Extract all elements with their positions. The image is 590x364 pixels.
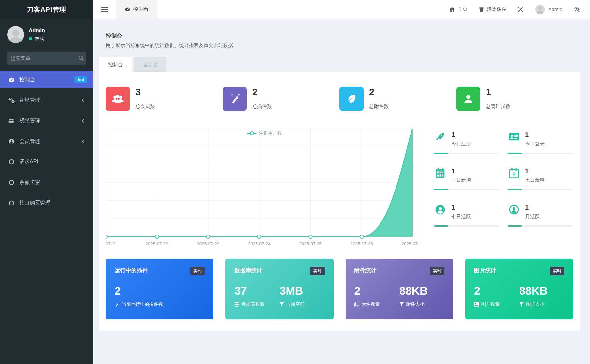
search-icon[interactable] xyxy=(78,55,84,61)
sidebar-item-dashboard[interactable]: 控制台 hot xyxy=(0,71,93,88)
metric-label: 图片大小 xyxy=(526,301,544,307)
users-icon xyxy=(8,118,15,124)
metric-value: 3MB xyxy=(279,285,324,296)
summary-row: 3 总会员数 2 总插件数 xyxy=(106,87,573,111)
metric-label: 当前运行中的插件数 xyxy=(122,301,163,307)
sidebar-search[interactable] xyxy=(7,52,86,65)
home-link[interactable]: 主页 xyxy=(449,6,467,12)
user-circle-icon xyxy=(434,204,446,220)
gauge-icon xyxy=(8,77,15,83)
filter-icon xyxy=(279,302,284,307)
admins-label: 总管理员数 xyxy=(486,103,510,110)
realtime-badge: 实时 xyxy=(310,267,325,275)
stat-label: 三日新增 xyxy=(451,177,471,183)
sidebar-item-api-purchase[interactable]: 接口购买管理 xyxy=(0,194,93,211)
card-title: 图片统计 xyxy=(474,267,496,274)
avatar xyxy=(535,5,545,14)
sidebar-item-label: 余额卡密 xyxy=(19,179,87,186)
topbar-tab-dashboard[interactable]: 控制台 xyxy=(116,0,158,19)
members-label: 总会员数 xyxy=(135,103,155,110)
tab-dashboard[interactable]: 控制台 xyxy=(99,57,132,72)
expand-icon xyxy=(518,7,523,12)
chart-legend[interactable]: 注册用户数 xyxy=(247,130,282,136)
filter-icon xyxy=(399,302,404,307)
sidebar-item-label: 接口购买管理 xyxy=(19,200,87,206)
avatar xyxy=(7,26,24,43)
user-name: Admin xyxy=(29,28,45,34)
progress-bar xyxy=(434,153,499,154)
area-chart-svg xyxy=(106,128,413,239)
database-stats-card: 数据库统计 实时 37 数据表数量 3MB xyxy=(225,259,333,319)
stat-label: 七日活跃 xyxy=(451,214,471,220)
clear-cache-label: 清除缓存 xyxy=(487,6,506,12)
metric-label: 占用空间 xyxy=(286,301,304,307)
search-input[interactable] xyxy=(11,55,76,61)
stat-value: 1 xyxy=(525,167,545,175)
progress-bar xyxy=(508,153,573,154)
stat-value: 1 xyxy=(451,167,471,175)
topbar-user-name: Admin xyxy=(548,7,562,12)
x-tick-label: 2025-07-21 xyxy=(106,241,117,246)
sidebar-item-permissions[interactable]: 权限管理 xyxy=(0,112,93,129)
attachments-count: 2 xyxy=(369,87,389,97)
admin-user-icon xyxy=(456,87,480,111)
app-title: 刀客API管理 xyxy=(0,0,93,19)
progress-bar xyxy=(508,225,573,227)
user-menu[interactable]: Admin xyxy=(535,5,562,14)
running-plugins-card: 运行中的插件 实时 2 当前运行中的插件数 xyxy=(106,259,213,319)
circle-icon xyxy=(8,180,15,185)
legend-label: 注册用户数 xyxy=(259,130,282,136)
magic-wand-icon xyxy=(223,87,247,111)
x-tick-label: 2025-07-23 xyxy=(197,241,219,246)
circle-icon xyxy=(8,200,15,206)
metric-label: 附件数量 xyxy=(362,301,380,307)
stat-7day-new: 1 七日新增 xyxy=(508,164,573,200)
sidebar-item-label: 控制台 xyxy=(19,76,70,83)
realtime-badge: 实时 xyxy=(190,267,205,275)
sidebar-item-label: 常规管理 xyxy=(19,97,78,104)
sidebar-item-label: 请求API xyxy=(19,159,87,165)
progress-bar xyxy=(434,189,499,190)
plugins-count: 2 xyxy=(252,87,272,97)
page-subtitle: 用于展示当前系统中的统计数据、统计报表及重要实时数据 xyxy=(106,42,580,49)
user-circle-icon xyxy=(8,138,15,144)
gauge-icon xyxy=(125,7,130,12)
hot-badge: hot xyxy=(74,76,87,83)
stat-value: 1 xyxy=(451,131,471,139)
sidebar-item-label: 会员管理 xyxy=(19,138,78,145)
card-title: 数据库统计 xyxy=(234,267,262,274)
realtime-badge: 实时 xyxy=(430,267,444,275)
stat-value: 1 xyxy=(451,204,471,211)
sidebar-item-members[interactable]: 会员管理 xyxy=(0,133,93,150)
x-tick-label: 2025-07-24 xyxy=(248,241,271,246)
metric-label: 附件大小 xyxy=(406,301,425,307)
info-cards-row: 运行中的插件 实时 2 当前运行中的插件数 xyxy=(106,259,573,319)
registered-users-chart: 注册用户数 2025-07-212025-07-222025-07-232025… xyxy=(106,128,419,248)
sidebar-item-request-api[interactable]: 请求API xyxy=(0,153,93,170)
fullscreen-button[interactable] xyxy=(518,7,523,12)
chart-x-axis: 2025-07-212025-07-222025-07-232025-07-24… xyxy=(106,239,413,248)
circle-icon xyxy=(8,159,15,165)
sidebar-item-balance-cards[interactable]: 余额卡密 xyxy=(0,174,93,191)
settings-button[interactable] xyxy=(574,6,580,12)
sidebar-toggle-button[interactable] xyxy=(93,0,116,19)
chevron-left-icon xyxy=(82,119,86,123)
user-circle-outline-icon xyxy=(508,204,520,220)
calendar-icon xyxy=(434,167,446,183)
tab-custom[interactable]: 自定义 xyxy=(134,57,166,72)
user-status: 在线 xyxy=(35,36,44,42)
clear-cache-button[interactable]: 清除缓存 xyxy=(479,6,506,12)
metric-value: 2 xyxy=(354,285,399,296)
summary-card-admins: 1 总管理员数 xyxy=(456,87,573,111)
chevron-left-icon xyxy=(82,139,86,144)
home-icon xyxy=(449,7,455,12)
attachment-stats-card: 附件统计 实时 2 附件数量 88KB xyxy=(346,259,453,319)
progress-bar xyxy=(434,225,499,227)
sidebar-nav: 控制台 hot 常规管理 权限管理 会员管理 xyxy=(0,71,93,215)
metric-value: 2 xyxy=(474,285,519,296)
stat-label: 今日登录 xyxy=(525,141,545,147)
sidebar-item-general[interactable]: 常规管理 xyxy=(0,92,93,109)
rocket-icon xyxy=(434,131,446,147)
copy-icon xyxy=(354,302,359,307)
members-icon xyxy=(106,87,130,111)
